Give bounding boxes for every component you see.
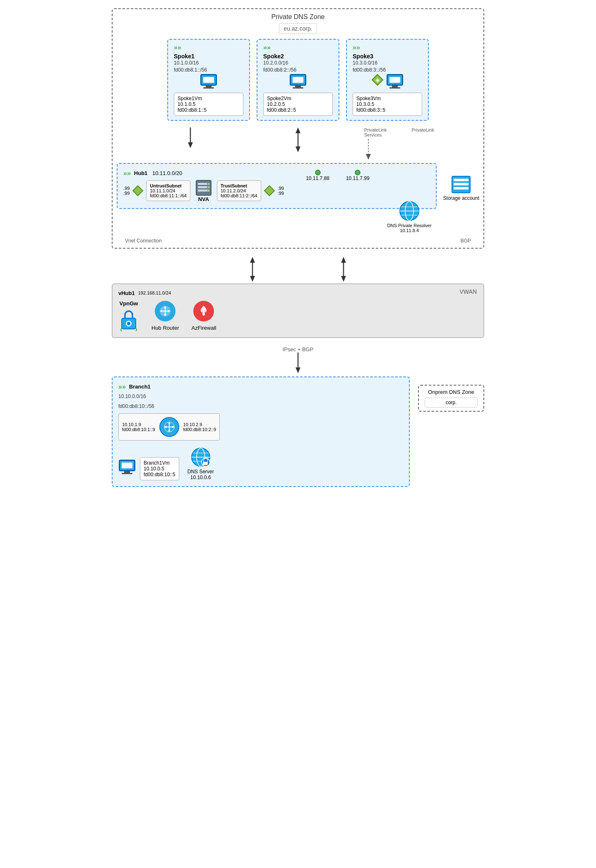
spoke1-chevron-icon: »»	[174, 44, 181, 51]
branch1-chevron-icon: »»	[118, 383, 126, 391]
branch1-vm-name: Branch1Vm	[144, 460, 175, 466]
untrust-subnet-ipv6: fd00:db8:11:1::/64	[150, 193, 187, 198]
branch1-bottom-row: Branch1Vm 10.10.0.5 fd00:db8:10::5	[118, 447, 403, 480]
svg-rect-70	[124, 471, 130, 473]
vnet-connection-label: Vnet Connection	[125, 238, 162, 244]
hub1-pl-ip2-container: 10.11.7.99	[346, 170, 370, 181]
branch1-vm-box: Branch1Vm 10.10.0.5 fd00:db8:10::5	[140, 457, 179, 480]
spoke2-ipv6: fd00:db8:2::/56	[263, 67, 333, 74]
branch1-dns-server-ip: 10.10.0.6	[190, 475, 211, 480]
svg-rect-1	[206, 85, 211, 87]
page-container: Private DNS Zone eu.az.corp. »» Spoke1 1…	[8, 8, 588, 487]
branch1-vm-row: Branch1Vm 10.10.0.5 fd00:db8:10::5	[118, 454, 179, 480]
branch1-ipv4: 10.10.0.0/16	[118, 393, 403, 400]
diagram-outer: Private DNS Zone eu.az.corp. »» Spoke1 1…	[112, 8, 484, 487]
hub-router-svg	[159, 305, 171, 317]
branch1-title-block: Branch1	[129, 384, 151, 390]
hub1-cidr: 10.11.0.0/20	[152, 170, 182, 176]
branch1-router2-ipv4: 10.10.2.9	[183, 422, 216, 427]
spoke1-title: Spoke1	[174, 53, 243, 60]
eu-az-corp-label: eu.az.corp.	[279, 23, 317, 34]
spoke-row: »» Spoke1 10.1.0.0/16 fd00:db8:1::/56	[117, 39, 479, 121]
svg-point-52	[127, 322, 130, 325]
ipsec-bgp-container: IPsec + BGP	[112, 346, 484, 373]
onprem-dns-zone-container: Onprem DNS Zone corp.	[418, 376, 484, 412]
trust-subnet-row: TrustSubnet 10.11.2.0/24 fd00:db8:11:2::…	[217, 180, 284, 201]
branch1-dns-server-name: DNS Server	[187, 469, 214, 475]
private-dns-zone: Private DNS Zone eu.az.corp. »» Spoke1 1…	[112, 8, 484, 249]
dns-resolver-ip: 10.11.8.4	[400, 228, 419, 233]
svg-rect-71	[122, 473, 132, 474]
vwan-box: VWAN vHub1 192.168.11.0/24 VpnGw	[112, 283, 484, 338]
hub1-header: »» Hub1 10.11.0.0/20	[123, 170, 430, 177]
spoke3-vm-ipv6: fd00:db8:3::5	[356, 107, 418, 113]
untrust-suffix-v4: .99	[123, 186, 130, 191]
branch1-routers-row: 10.10.1.9 fd00:db8:10:1::9	[118, 413, 403, 441]
branch1-vm-icon	[118, 459, 136, 475]
spoke1-vm-box: Spoke1Vm 10.1.0.5 fd00:db8:1::5	[174, 93, 243, 116]
hub1-conn-dot1-icon	[315, 170, 321, 175]
hub1-section: »» Hub1 10.11.0.0/20	[117, 163, 479, 209]
ipsec-bgp-label: IPsec + BGP	[112, 346, 484, 352]
svg-rect-6	[295, 85, 301, 87]
svg-rect-42	[454, 183, 469, 185]
branch1-header: »» Branch1	[118, 383, 403, 391]
hub1-pl-ip1: 10.11.7.88	[306, 175, 329, 181]
untrust-ip-suffix: .99 :99	[123, 186, 130, 196]
svg-rect-80	[203, 462, 208, 465]
spoke3-chevron-icon: »»	[353, 44, 360, 51]
spoke2-ipv4: 10.2.0.0/16	[263, 60, 333, 67]
spoke2-vm-ipv4: 10.2.0.5	[267, 101, 329, 107]
ipsec-bgp-arrow-svg	[294, 352, 302, 373]
branch1-router1-ipv6: fd00:db8:10:1::9	[122, 427, 155, 432]
spoke3-title: Spoke3	[353, 53, 422, 60]
spoke1-box: »» Spoke1 10.1.0.0/16 fd00:db8:1::/56	[167, 39, 250, 121]
vwan-label: VWAN	[460, 288, 477, 295]
untrust-subnet-cidr: 10.11.1.0/24	[150, 188, 187, 193]
svg-marker-26	[133, 186, 143, 196]
spoke3-box: »» Spoke3 10.3.0.0/16 fd00:db8:3::/56 ◈	[346, 39, 429, 121]
nva-label: NVA	[198, 196, 209, 202]
spoke-hub-connector: PrivateLinkServices PrivateLink	[117, 127, 479, 160]
nva-server-icon	[195, 180, 212, 196]
trust-ip-suffix: .99 :99	[278, 186, 284, 196]
hub1-pl-ips: 10.11.7.88 10.11.7.99	[306, 170, 369, 181]
spoke1-vm-ipv6: fd00:db8:1::5	[178, 107, 240, 113]
trust-subnet-box: TrustSubnet 10.11.2.0/24 fd00:db8:11:2::…	[217, 180, 261, 201]
branch1-dns-icon	[191, 447, 211, 467]
svg-point-31	[207, 183, 209, 185]
branch1-ipv6: fd00:db8:10::/56	[118, 403, 403, 410]
nva-container: NVA	[195, 180, 212, 202]
trust-subnet-name: TrustSubnet	[221, 183, 257, 188]
svg-point-25	[355, 170, 360, 175]
spoke1-arrow-down	[149, 127, 232, 148]
vpngw-icon	[118, 308, 139, 331]
svg-rect-41	[454, 179, 469, 181]
spoke3-ipv4: 10.3.0.0/16	[353, 60, 422, 67]
trust-subnet-cidr: 10.11.2.0/24	[221, 188, 257, 193]
spoke3-vm-name: Spoke3Vm	[356, 96, 418, 101]
spoke1-ipv4: 10.1.0.0/16	[174, 60, 243, 67]
untrust-diamond-icon	[132, 185, 144, 197]
branch1-vm-ipv4: 10.10.0.5	[144, 466, 175, 472]
svg-rect-73	[122, 463, 132, 468]
spoke1-vm-ipv4: 10.1.0.5	[178, 101, 240, 107]
dns-resolver-container: DNS Private Resolver 10.11.8.4	[387, 201, 432, 233]
svg-point-24	[315, 170, 320, 175]
vhub-items: VpnGw	[118, 300, 478, 331]
hub1-name: Hub1	[134, 170, 148, 176]
spoke1-vm-icon	[200, 74, 217, 89]
spoke2-vm-box: Spoke2Vm 10.2.0.5 fd00:db8:2::5	[263, 93, 333, 116]
hub1-pl-ip2: 10.11.7.99	[346, 175, 370, 181]
svg-rect-2	[203, 87, 214, 89]
hub1-chevron-icon: »»	[123, 170, 131, 177]
hub1-conn-dot2-icon	[355, 170, 360, 175]
dns-resolver-icon	[399, 201, 420, 221]
spoke3-vm-icon-row: ◈	[353, 74, 422, 89]
svg-rect-14	[389, 87, 400, 89]
hub-below-labels: Vnet Connection BGP	[117, 238, 479, 244]
branch1-router2-ips: 10.10.2.9 fd00:db8:10:2::9	[183, 422, 216, 432]
onprem-dns-zone: Onprem DNS Zone corp.	[418, 385, 484, 412]
spoke3-privatelink-area: PrivateLinkServices PrivateLink	[364, 127, 447, 160]
branch1-router1-icon	[159, 417, 179, 437]
